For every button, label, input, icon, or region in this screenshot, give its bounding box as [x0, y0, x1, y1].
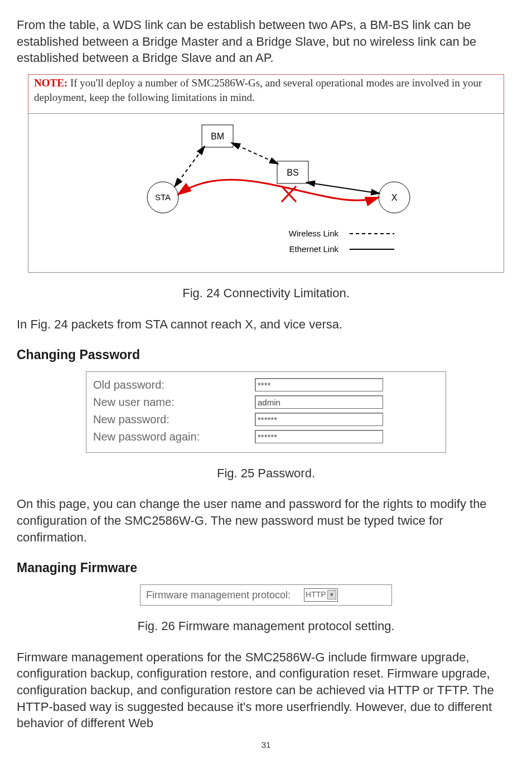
- row-old-password: Old password:: [93, 378, 439, 393]
- old-password-input[interactable]: [255, 378, 383, 391]
- legend-ethernet-label: Ethernet Link: [289, 244, 339, 254]
- note-header: NOTE: If you'll deploy a number of SMC25…: [34, 76, 498, 104]
- node-bm-label: BM: [211, 132, 224, 141]
- heading-managing-firmware: Managing Firmware: [17, 559, 515, 577]
- firmware-paragraph: Firmware management operations for the S…: [17, 649, 515, 732]
- fig24-caption: Fig. 24 Connectivity Limitation.: [17, 285, 515, 302]
- note-box: NOTE: If you'll deploy a number of SMC25…: [28, 74, 504, 114]
- row-new-user: New user name:: [93, 395, 439, 410]
- fig26-caption: Fig. 26 Firmware management protocol set…: [17, 618, 515, 635]
- row-new-password-again: New password again:: [93, 429, 439, 444]
- new-password-input[interactable]: [255, 413, 383, 426]
- new-password-again-input[interactable]: [255, 430, 383, 443]
- row-new-password: New password:: [93, 412, 439, 427]
- firmware-protocol-select[interactable]: HTTP ▼: [304, 588, 337, 602]
- password-form: Old password: New user name: New passwor…: [86, 371, 446, 453]
- node-sta-label: STA: [155, 192, 171, 202]
- page-number: 31: [17, 739, 515, 751]
- firmware-protocol-value: HTTP: [306, 589, 326, 600]
- firmware-form: Firmware management protocol: HTTP ▼: [140, 584, 392, 606]
- password-paragraph: On this page, you can change the user na…: [17, 496, 515, 545]
- node-bs-label: BS: [287, 168, 298, 177]
- chevron-down-icon: ▼: [327, 590, 336, 600]
- new-user-input[interactable]: [255, 395, 383, 409]
- fig25-caption: Fig. 25 Password.: [17, 465, 515, 482]
- diagram-svg: BM STA BS X Wireless Link Ethernet Link: [71, 119, 461, 264]
- new-password-again-label: New password again:: [93, 429, 255, 444]
- connectivity-diagram: BM STA BS X Wireless Link Ethernet Link: [28, 113, 504, 273]
- old-password-label: Old password:: [93, 378, 255, 393]
- legend-wireless-label: Wireless Link: [289, 229, 339, 238]
- svg-line-5: [231, 143, 278, 164]
- svg-line-6: [306, 182, 380, 194]
- new-password-label: New password:: [93, 412, 255, 427]
- intro-paragraph: From the table, a WDS link can be establ…: [17, 17, 515, 66]
- new-user-label: New user name:: [93, 395, 255, 410]
- note-label: NOTE:: [34, 77, 67, 89]
- after-fig24-paragraph: In Fig. 24 packets from STA cannot reach…: [17, 316, 515, 333]
- heading-changing-password: Changing Password: [17, 346, 515, 364]
- svg-line-4: [175, 146, 205, 187]
- node-x-label: X: [391, 193, 398, 202]
- firmware-protocol-label: Firmware management protocol:: [146, 588, 291, 602]
- note-text: If you'll deploy a number of SMC2586W-Gs…: [34, 77, 482, 103]
